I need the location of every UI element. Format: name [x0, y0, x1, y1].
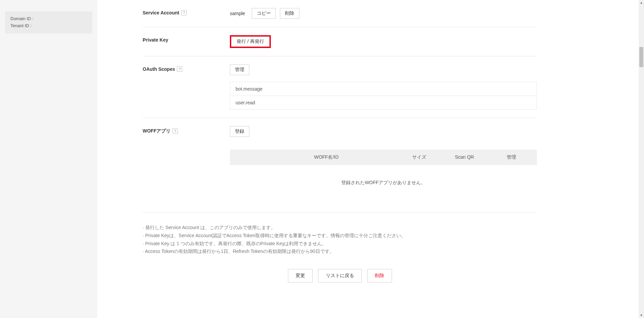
- woff-app-value: 登録 WOFF名/ID サイズ Scan QR 管理 登録されたWOFFアプリが…: [230, 126, 537, 201]
- woff-table-header: WOFF名/ID サイズ Scan QR 管理: [230, 150, 537, 165]
- note-line: · Private Keyは、Service Account認証でAccess …: [143, 232, 537, 240]
- scrollbar[interactable]: ▲ ▼: [639, 0, 644, 318]
- domain-id-label: Domain ID :: [10, 15, 87, 22]
- woff-app-label: WOFFアプリ ?: [143, 126, 230, 134]
- private-key-value-row: 発行 / 再発行: [230, 35, 537, 48]
- back-to-list-button[interactable]: リストに戻る: [318, 269, 362, 282]
- service-account-text: sample: [230, 11, 245, 16]
- woff-app-value-row: 登録: [230, 126, 537, 137]
- private-key-label: Private Key: [143, 35, 230, 43]
- scrollbar-thumb[interactable]: [639, 47, 643, 67]
- scroll-down-icon[interactable]: ▼: [639, 313, 644, 318]
- woff-app-label-text: WOFFアプリ: [143, 128, 170, 134]
- woff-col-name: WOFF名/ID: [235, 154, 401, 160]
- scroll-up-icon[interactable]: ▲: [639, 0, 644, 5]
- help-icon[interactable]: ?: [172, 128, 178, 134]
- service-account-value: sample コピー 削除: [230, 8, 537, 19]
- private-key-value: 発行 / 再発行: [230, 35, 537, 48]
- note-line: · Access Tokenの有効期間は発行から1日、Refresh Token…: [143, 248, 537, 256]
- service-account-label-text: Service Account: [143, 10, 179, 15]
- woff-col-qr: Scan QR: [438, 154, 491, 160]
- oauth-scopes-row: OAuth Scopes ? 管理 bot.message user.read: [143, 56, 537, 118]
- register-woff-button[interactable]: 登録: [230, 126, 249, 137]
- woff-col-size: サイズ: [401, 154, 438, 160]
- scope-item: bot.message: [230, 82, 537, 96]
- woff-table: WOFF名/ID サイズ Scan QR 管理 登録されたWOFFアプリがありま…: [230, 150, 537, 201]
- service-account-row: Service Account ? sample コピー 削除: [143, 0, 537, 27]
- oauth-scopes-value-row: 管理: [230, 64, 537, 75]
- oauth-scopes-label: OAuth Scopes ?: [143, 64, 230, 72]
- woff-col-manage: 管理: [491, 154, 532, 160]
- oauth-scopes-value: 管理 bot.message user.read: [230, 64, 537, 110]
- delete-service-account-button[interactable]: 削除: [280, 8, 299, 19]
- woff-app-row: WOFFアプリ ? 登録 WOFF名/ID サイズ Scan QR 管理 登録さ…: [143, 118, 537, 209]
- service-account-label: Service Account ?: [143, 8, 230, 15]
- scopes-list: bot.message user.read: [230, 82, 537, 110]
- main-content: Service Account ? sample コピー 削除 Private …: [97, 0, 550, 318]
- manage-scopes-button[interactable]: 管理: [230, 64, 249, 75]
- woff-empty-message: 登録されたWOFFアプリがありません。: [230, 165, 537, 201]
- sidebar-info-box: Domain ID : Tenant ID :: [5, 11, 92, 34]
- service-account-value-row: sample コピー 削除: [230, 8, 537, 19]
- note-line: · 発行した Service Account は、このアプリのみで使用します。: [143, 224, 537, 232]
- sidebar: Domain ID : Tenant ID :: [0, 0, 97, 318]
- change-button[interactable]: 変更: [288, 269, 313, 282]
- note-line: · Private Key は 1 つのみ有効です。再発行の際、既存のPriva…: [143, 240, 537, 248]
- oauth-scopes-label-text: OAuth Scopes: [143, 66, 175, 72]
- issue-private-key-button[interactable]: 発行 / 再発行: [230, 35, 271, 48]
- tenant-id-label: Tenant ID :: [10, 22, 87, 30]
- notes-section: · 発行した Service Account は、このアプリのみで使用します。 …: [143, 212, 537, 256]
- scope-item: user.read: [230, 96, 537, 109]
- help-icon[interactable]: ?: [177, 66, 182, 72]
- footer-buttons: 変更 リストに戻る 削除: [143, 269, 537, 289]
- private-key-row: Private Key 発行 / 再発行: [143, 27, 537, 56]
- copy-button[interactable]: コピー: [252, 8, 276, 19]
- delete-button[interactable]: 削除: [367, 269, 392, 282]
- help-icon[interactable]: ?: [181, 10, 187, 15]
- private-key-label-text: Private Key: [143, 37, 168, 43]
